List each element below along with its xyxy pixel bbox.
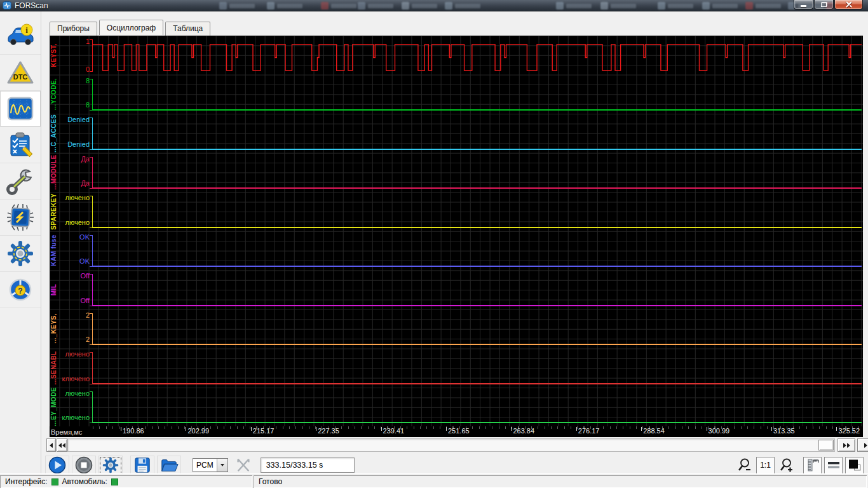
- minimize-button[interactable]: [794, 0, 813, 10]
- double-arrow-left-icon: [58, 443, 62, 448]
- save-button[interactable]: [130, 456, 154, 475]
- window-title: FORScan: [15, 1, 48, 10]
- tick-mark: [446, 427, 447, 431]
- h-scrollbar: [46, 438, 864, 453]
- scroll-step-left-button[interactable]: [46, 438, 56, 452]
- channel-value-bottom: лючено: [60, 219, 90, 226]
- scrollbar-thumb[interactable]: [818, 440, 834, 451]
- time-tick: 325.52: [836, 427, 860, 435]
- channel-value-top: лючено: [60, 390, 90, 397]
- scroll-page-right-button[interactable]: [837, 438, 855, 452]
- channel-7: ..._KEYS,22: [50, 309, 863, 349]
- scroll-step-right-button[interactable]: [857, 438, 868, 452]
- sidebar-item-settings[interactable]: [0, 236, 41, 272]
- signal-trace: [93, 149, 862, 150]
- channel-name: ...EY_MODE: [50, 388, 57, 426]
- statusbar: Интерфейс: Автомобиль: Готово: [0, 473, 868, 488]
- channel-5: KAM fuseOKOK: [50, 231, 863, 271]
- background-window-ghost: [745, 2, 781, 10]
- channel-value-top: лючено: [60, 351, 90, 358]
- time-tick: 190.86: [121, 427, 144, 435]
- tab-0[interactable]: Приборы: [50, 22, 97, 36]
- chevron-down-icon: [220, 464, 224, 466]
- tick-value: 313.35: [773, 427, 795, 435]
- channel-name: ...C_ACCES: [50, 114, 57, 152]
- channel-0: KEYST,10: [50, 36, 863, 75]
- tick-value: 325.52: [838, 427, 860, 435]
- tick-mark: [251, 427, 252, 431]
- channel-4: SPAREKEYлюченолючено: [50, 192, 863, 231]
- sidebar-item-programming[interactable]: [0, 200, 41, 236]
- tab-1[interactable]: Осциллограф: [99, 20, 163, 35]
- close-icon: [845, 1, 853, 8]
- module-select-value: PCM: [193, 461, 217, 470]
- time-axis-label: Время,мс: [51, 428, 82, 436]
- ruler-icon: [805, 458, 820, 473]
- channel-value-top: Denied: [60, 116, 90, 123]
- signal-trace: [93, 109, 862, 111]
- channel-value-bottom: ключено: [60, 414, 90, 421]
- scope-settings-button[interactable]: [98, 456, 123, 475]
- dtc-icon: DTC: [6, 59, 34, 86]
- zoom-reset-button[interactable]: 1:1: [756, 457, 775, 474]
- channel-name: ...MODULE: [50, 155, 57, 190]
- sidebar-item-oscilloscope[interactable]: [0, 91, 41, 127]
- tab-bar: ПриборыОсциллографТаблица: [50, 11, 868, 35]
- channel-value-top: лючено: [60, 194, 90, 201]
- close-button[interactable]: [834, 0, 863, 10]
- stop-icon: [74, 456, 93, 475]
- tab-2[interactable]: Таблица: [165, 22, 210, 36]
- save-icon: [133, 456, 151, 474]
- time-position-field[interactable]: 333.15/333.15 s: [261, 458, 355, 473]
- restore-button[interactable]: [814, 0, 834, 10]
- sidebar-item-vehicle-info[interactable]: i: [0, 18, 41, 55]
- channel-value-bottom: 0: [60, 66, 90, 73]
- markers-disabled-icon: [235, 457, 252, 473]
- signal-trace: [93, 305, 862, 306]
- zoom-in-button[interactable]: [777, 457, 796, 474]
- time-tick: 263.84: [511, 427, 534, 435]
- vehicle-info-icon: i: [6, 22, 35, 50]
- open-button[interactable]: [157, 456, 181, 475]
- tick-value: 215.17: [253, 427, 275, 435]
- tick-value: 239.41: [383, 427, 405, 435]
- channel-name: ..._KEYS,: [50, 313, 57, 344]
- combo-dropdown-button[interactable]: [217, 459, 227, 471]
- channel-name: MIL: [50, 284, 57, 295]
- tick-mark: [186, 427, 186, 431]
- time-tick: 227.35: [316, 427, 339, 435]
- invert-colors-button[interactable]: [845, 457, 864, 474]
- stop-button[interactable]: [72, 456, 96, 475]
- channel-bracket: [90, 157, 93, 189]
- line-style-button[interactable]: [824, 457, 843, 474]
- play-button[interactable]: [45, 456, 69, 475]
- time-tick: 288.54: [641, 427, 665, 435]
- sidebar-item-dtc[interactable]: DTC: [0, 55, 41, 91]
- tick-mark: [836, 427, 837, 431]
- zoom-in-icon: [779, 458, 794, 473]
- sidebar-item-tests[interactable]: [0, 127, 41, 163]
- wrench-icon: [6, 167, 35, 195]
- scrollbar-track[interactable]: [67, 438, 835, 452]
- digital-trace: [93, 36, 862, 75]
- tick-mark: [316, 427, 316, 431]
- scroll-page-left-button[interactable]: [57, 438, 67, 452]
- ruler-button[interactable]: [803, 457, 822, 474]
- svg-text:i: i: [25, 25, 28, 35]
- signal-trace: [93, 383, 862, 384]
- background-window-ghost: [600, 2, 636, 10]
- sidebar-item-service[interactable]: [0, 163, 41, 200]
- markers-button[interactable]: [234, 457, 253, 474]
- channel-8: ...SENABLлюченоключено: [50, 348, 863, 388]
- channel-value-bottom: 2: [60, 336, 90, 343]
- channel-value-bottom: 8: [60, 102, 90, 109]
- time-tick: 300.99: [707, 427, 730, 435]
- double-arrow-right-icon: [847, 443, 850, 448]
- minimize-icon: [801, 5, 806, 7]
- zoom-out-button[interactable]: [735, 457, 754, 474]
- main-area: i DTC: [0, 11, 868, 473]
- sidebar-item-help[interactable]: ?: [0, 272, 41, 308]
- module-select[interactable]: PCM: [193, 458, 228, 472]
- channel-name: SPAREKEY: [50, 193, 57, 229]
- time-tick: 251.65: [446, 427, 470, 435]
